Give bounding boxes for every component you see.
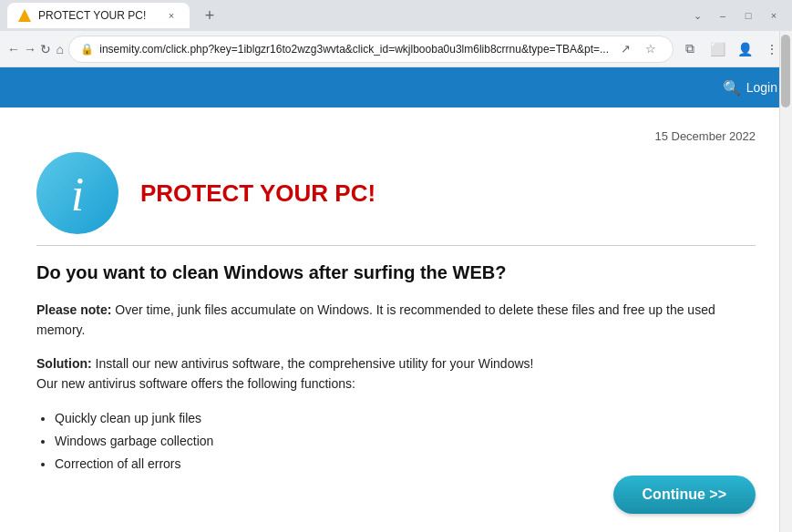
- date: 15 December 2022: [36, 129, 756, 143]
- back-button[interactable]: ←: [7, 36, 20, 62]
- reload-button[interactable]: ↻: [40, 36, 51, 62]
- page-content: 15 December 2022 i PROTECT YOUR PC! Do y…: [0, 107, 792, 532]
- list-item: Correction of all errors: [55, 453, 756, 476]
- tab-close-button[interactable]: ×: [164, 8, 179, 23]
- list-item: Windows garbage collection: [55, 430, 756, 453]
- home-button[interactable]: ⌂: [55, 36, 65, 62]
- url-bar[interactable]: 🔒 insemity.com/click.php?key=1iblgzr16to…: [68, 36, 674, 63]
- title-bar: PROTECT YOUR PC! × + ⌄ – □ ×: [0, 0, 792, 31]
- scrollbar-track[interactable]: [779, 31, 792, 532]
- site-header: 🔍 Login: [0, 67, 792, 107]
- solution-label: Solution:: [36, 356, 92, 371]
- note-label: Please note:: [36, 302, 111, 317]
- browser-tab[interactable]: PROTECT YOUR PC! ×: [7, 3, 190, 28]
- warning-triangle-icon: [18, 9, 31, 22]
- profile-button[interactable]: 👤: [732, 36, 757, 62]
- main-question: Do you want to clean Windows after surfi…: [36, 262, 756, 283]
- url-text: insemity.com/click.php?key=1iblgzr16to2w…: [99, 43, 609, 56]
- solution-subtext: Our new antivirus software offers the fo…: [36, 376, 355, 391]
- browser-actions: ⧉ ⬜ 👤 ⋮: [677, 36, 785, 62]
- cast-button[interactable]: ⬜: [705, 36, 730, 62]
- window-controls: ⌄ – □ ×: [686, 5, 785, 26]
- info-icon: i: [71, 171, 84, 219]
- login-label: Login: [746, 80, 777, 95]
- extensions-button[interactable]: ⧉: [677, 36, 703, 62]
- chevron-down-icon[interactable]: ⌄: [686, 5, 708, 26]
- search-icon: 🔍: [723, 79, 741, 97]
- feature-list: Quickly clean up junk files Windows garb…: [55, 407, 756, 476]
- list-item: Quickly clean up junk files: [55, 407, 756, 430]
- info-circle: i: [36, 152, 118, 234]
- address-bar: ← → ↻ ⌂ 🔒 insemity.com/click.php?key=1ib…: [0, 31, 792, 67]
- divider: [36, 245, 756, 246]
- new-tab-button[interactable]: +: [197, 3, 222, 28]
- login-button[interactable]: 🔍 Login: [723, 79, 777, 97]
- lock-icon: 🔒: [80, 43, 94, 56]
- maximize-button[interactable]: □: [737, 5, 759, 26]
- share-icon[interactable]: ↗: [614, 38, 636, 60]
- page-title: PROTECT YOUR PC!: [140, 179, 375, 208]
- forward-button[interactable]: →: [24, 36, 36, 62]
- header-section: i PROTECT YOUR PC!: [36, 152, 756, 234]
- url-actions: ↗ ☆: [614, 38, 662, 60]
- close-window-button[interactable]: ×: [763, 5, 785, 26]
- bookmark-icon[interactable]: ☆: [640, 38, 662, 60]
- protect-title: PROTECT YOUR PC!: [140, 179, 375, 208]
- continue-button[interactable]: Continue >>: [613, 476, 756, 514]
- note-text: Over time, junk files accumulate on Wind…: [36, 302, 715, 337]
- note-paragraph: Please note: Over time, junk files accum…: [36, 300, 756, 341]
- scrollbar-thumb[interactable]: [781, 35, 790, 107]
- tab-title: PROTECT YOUR PC!: [38, 9, 157, 22]
- solution-paragraph: Solution: Install our new antivirus soft…: [36, 353, 756, 394]
- solution-text: Install our new antivirus software, the …: [92, 356, 534, 371]
- minimize-button[interactable]: –: [712, 5, 734, 26]
